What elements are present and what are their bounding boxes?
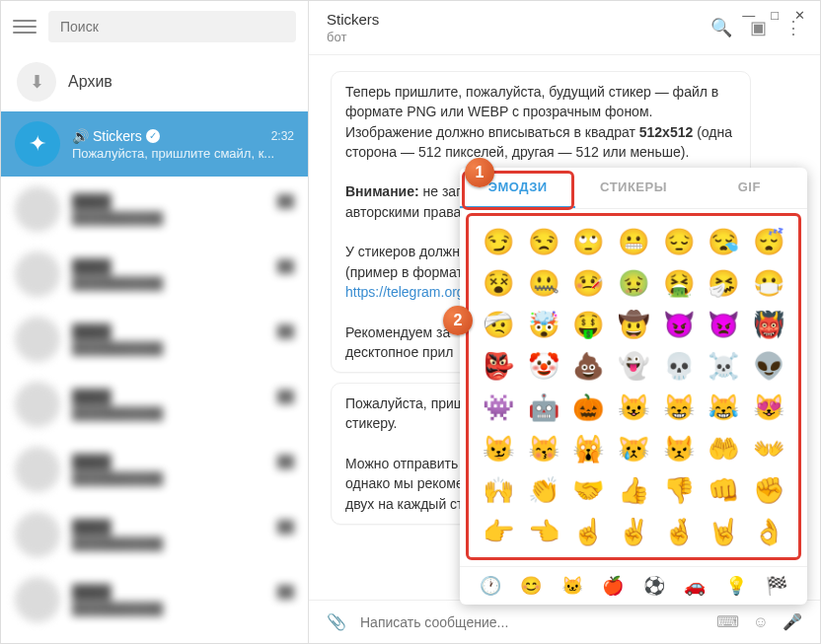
- emoji-cell[interactable]: 😺: [614, 390, 653, 425]
- emoji-cell[interactable]: 👐: [749, 431, 788, 466]
- emoji-cell[interactable]: 🤮: [659, 265, 699, 301]
- emoji-cell[interactable]: 👹: [749, 307, 788, 342]
- emoji-cell[interactable]: ☝️: [568, 514, 608, 549]
- chat-preview: Пожалуйста, пришлите смайл, к...: [72, 146, 294, 161]
- message-input[interactable]: [360, 614, 703, 630]
- emoji-cell[interactable]: 🙀: [568, 431, 608, 466]
- emoji-cell[interactable]: 🙌: [479, 472, 518, 508]
- emoji-cell[interactable]: 😸: [659, 390, 699, 425]
- menu-button[interactable]: [13, 15, 37, 38]
- emoji-cell[interactable]: 😼: [479, 431, 518, 466]
- emoji-cell[interactable]: 😏: [479, 224, 518, 259]
- emoji-cell[interactable]: 😽: [524, 431, 563, 466]
- emoji-cell[interactable]: 👉: [479, 514, 518, 549]
- emoji-category[interactable]: 🏁: [766, 575, 787, 597]
- chat-item[interactable]: ████████████████: [1, 567, 308, 632]
- chat-item[interactable]: ████████████████: [1, 242, 308, 307]
- emoji-cell[interactable]: 😪: [705, 224, 744, 259]
- search-input[interactable]: [48, 11, 296, 42]
- emoji-cell[interactable]: 🤑: [568, 307, 608, 342]
- chat-item[interactable]: ████████████████: [1, 307, 308, 372]
- chat-item[interactable]: ████████████████: [1, 177, 308, 242]
- emoji-grid: 😏😒🙄😬😔😪😴😵🤐🤒🤢🤮🤧😷🤕🤯🤑🤠😈👿👹👺🤡💩👻💀☠️👽👾🤖🎃😺😸😹😻😼😽🙀😿…: [466, 213, 801, 560]
- emoji-cell[interactable]: 😻: [749, 390, 788, 425]
- window-close[interactable]: ✕: [794, 8, 805, 23]
- search-icon[interactable]: 🔍: [710, 17, 732, 38]
- emoji-category[interactable]: 🐱: [561, 575, 583, 597]
- emoji-category[interactable]: 🍎: [602, 575, 624, 597]
- emoji-cell[interactable]: 😒: [524, 224, 563, 259]
- sidebar: ⬇ Архив ✦ 🔊 Stickers ✓ 2:32 Пожалуйста, …: [1, 1, 309, 643]
- emoji-cell[interactable]: 🤒: [568, 265, 608, 301]
- emoji-cell[interactable]: 👍: [614, 472, 653, 508]
- emoji-cell[interactable]: 😿: [614, 431, 653, 466]
- emoji-category[interactable]: 🕐: [480, 575, 501, 597]
- chat-title: Stickers: [327, 11, 379, 28]
- emoji-cell[interactable]: 🤧: [705, 265, 744, 301]
- emoji-cell[interactable]: 🤞: [659, 514, 699, 549]
- emoji-cell[interactable]: 😬: [614, 224, 653, 259]
- emoji-icon[interactable]: ☺: [753, 613, 769, 631]
- emoji-category[interactable]: 😊: [520, 575, 542, 597]
- archive-icon: ⬇: [17, 62, 56, 102]
- emoji-cell[interactable]: ✊: [749, 472, 788, 508]
- window-max[interactable]: □: [771, 8, 779, 23]
- chat-item[interactable]: ████████████████: [1, 437, 308, 502]
- emoji-tab-gif[interactable]: GIF: [692, 168, 807, 208]
- emoji-cell[interactable]: 😔: [659, 224, 699, 259]
- emoji-cell[interactable]: 🎃: [568, 390, 608, 425]
- emoji-cell[interactable]: 🤯: [524, 307, 563, 342]
- emoji-cell[interactable]: 👌: [749, 514, 788, 549]
- keyboard-icon[interactable]: ⌨: [716, 612, 739, 631]
- window-min[interactable]: —: [742, 8, 755, 23]
- emoji-cell[interactable]: 🤘: [705, 514, 744, 549]
- emoji-cell[interactable]: 🙄: [568, 224, 608, 259]
- emoji-cell[interactable]: ☠️: [705, 348, 744, 384]
- emoji-cell[interactable]: 😷: [749, 265, 788, 301]
- chat-subtitle: бот: [327, 30, 379, 44]
- emoji-category[interactable]: 💡: [725, 575, 747, 597]
- emoji-cell[interactable]: 😴: [749, 224, 788, 259]
- voice-icon[interactable]: 🎤: [783, 612, 802, 631]
- emoji-tab-stickers[interactable]: СТИКЕРЫ: [575, 168, 691, 208]
- emoji-cell[interactable]: 👊: [705, 472, 744, 508]
- chat-time: 2:32: [271, 129, 294, 143]
- emoji-cell[interactable]: 🤝: [568, 472, 608, 508]
- emoji-cell[interactable]: ✌️: [614, 514, 653, 549]
- chat-name: 🔊 Stickers ✓: [72, 128, 160, 144]
- emoji-cell[interactable]: 👺: [479, 348, 518, 384]
- emoji-cell[interactable]: 👾: [479, 390, 518, 425]
- archive-row[interactable]: ⬇ Архив: [1, 52, 308, 111]
- emoji-cell[interactable]: 💀: [659, 348, 699, 384]
- chat-item[interactable]: ████████████████: [1, 372, 308, 437]
- emoji-cell[interactable]: 😵: [479, 265, 518, 301]
- chat-item-stickers[interactable]: ✦ 🔊 Stickers ✓ 2:32 Пожалуйста, пришлите…: [1, 111, 308, 177]
- emoji-cell[interactable]: 🤠: [614, 307, 653, 342]
- emoji-cell[interactable]: 🤖: [524, 390, 563, 425]
- emoji-cell[interactable]: 👈: [524, 514, 563, 549]
- emoji-cell[interactable]: 👿: [705, 307, 744, 342]
- emoji-panel: ЭМОДЗИ СТИКЕРЫ GIF 😏😒🙄😬😔😪😴😵🤐🤒🤢🤮🤧😷🤕🤯🤑🤠😈👿👹…: [460, 168, 807, 605]
- emoji-cell[interactable]: 🤕: [479, 307, 518, 342]
- emoji-cell[interactable]: 😈: [659, 307, 699, 342]
- emoji-cell[interactable]: 🤢: [614, 265, 653, 301]
- chat-item[interactable]: ████████████████: [1, 502, 308, 567]
- emoji-cell[interactable]: 👎: [659, 472, 699, 508]
- emoji-cell[interactable]: 👻: [614, 348, 653, 384]
- emoji-cell[interactable]: 🤡: [524, 348, 563, 384]
- emoji-cell[interactable]: 💩: [568, 348, 608, 384]
- emoji-category[interactable]: ⚽: [643, 575, 665, 597]
- avatar-icon: ✦: [15, 121, 60, 167]
- attach-icon[interactable]: 📎: [327, 612, 346, 631]
- verified-icon: ✓: [146, 129, 160, 143]
- emoji-category[interactable]: 🚗: [684, 575, 706, 597]
- emoji-cell[interactable]: 🤐: [524, 265, 563, 301]
- emoji-cell[interactable]: 👽: [749, 348, 788, 384]
- archive-label: Архив: [68, 73, 112, 91]
- link[interactable]: https://telegram.org/i: [345, 284, 472, 300]
- emoji-cell[interactable]: 👏: [524, 472, 563, 508]
- emoji-cell[interactable]: 😾: [659, 431, 699, 466]
- emoji-cell[interactable]: 🤲: [705, 431, 744, 466]
- callout-2: 2: [443, 306, 473, 335]
- emoji-cell[interactable]: 😹: [705, 390, 744, 425]
